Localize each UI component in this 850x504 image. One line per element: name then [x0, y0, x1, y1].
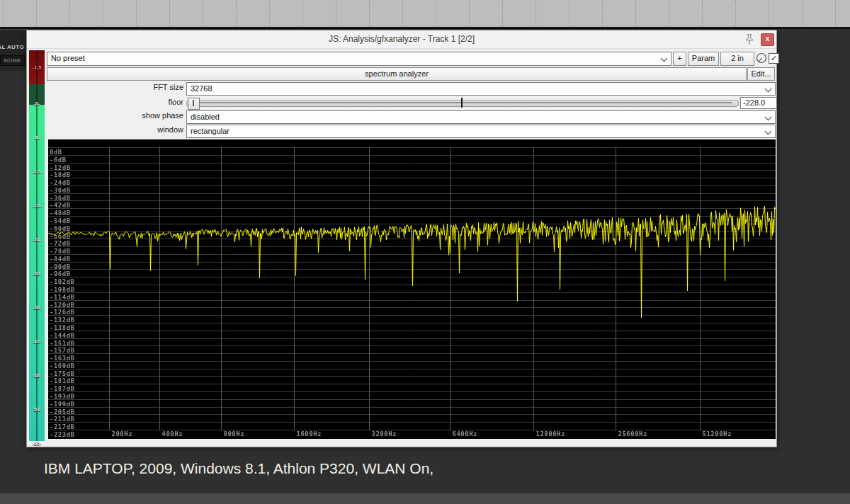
db-axis-label: -6dB — [50, 156, 67, 164]
db-axis-label: -24dB — [50, 179, 71, 186]
db-axis-label: -120dB — [50, 302, 75, 309]
ruler-gridline — [36, 0, 38, 27]
track-meter: -1.5 -0--6--12--18--24--30--36--42--48--… — [29, 50, 45, 441]
meter-scale-label: -24- — [29, 237, 45, 242]
floor-value-box[interactable]: -228.0 — [740, 97, 777, 109]
ruler-gridline — [336, 0, 337, 27]
db-axis-label: -169dB — [50, 362, 75, 370]
db-axis-label: -66dB — [50, 233, 71, 240]
meter-scale-label: -12- — [29, 169, 45, 174]
floor-label: floor — [77, 98, 183, 106]
spectrum-display: 0dB-6dB-12dB-18dB-24dB-30dB-36dB-42dB-48… — [48, 139, 776, 439]
db-axis-label: -205dB — [50, 408, 75, 416]
track-control-panel: AL AUTO NONE — [0, 29, 26, 71]
screen: AL AUTO NONE IBM LAPTOP, 2009, Windows 8… — [0, 0, 850, 504]
slider-groove — [193, 102, 732, 103]
freq-axis-label: 800Hz — [224, 430, 245, 437]
edit-button[interactable]: Edit... — [747, 67, 775, 81]
show-phase-label: show phase — [77, 111, 183, 120]
db-axis-label: -187dB — [50, 385, 75, 392]
ruler-gridline — [402, 0, 404, 27]
preset-value: No preset — [51, 54, 85, 62]
meter-scale-label: -54- — [29, 407, 45, 412]
meter-scale-label: -60- — [29, 441, 45, 446]
db-axis-label: -114dB — [50, 294, 75, 301]
ruler-gridline — [702, 0, 703, 27]
ruler-gridline — [769, 0, 770, 27]
ruler-gridline — [602, 0, 604, 27]
db-axis-label: -42dB — [50, 202, 71, 209]
meter-scale-label: -42- — [29, 339, 45, 344]
ruler-gridline — [169, 0, 171, 27]
close-button[interactable]: x — [761, 33, 774, 46]
panel-divider — [0, 27, 850, 29]
chevron-down-icon — [661, 55, 668, 62]
window-titlebar[interactable]: JS: Analysis/gfxanalyzer - Track 1 [2/2]… — [27, 30, 776, 49]
ruler-gridline — [536, 0, 537, 27]
chevron-down-icon — [765, 128, 772, 135]
preset-combo[interactable]: No preset — [47, 52, 672, 66]
freq-axis-label: 12800Hz — [536, 430, 565, 437]
ruler-gridline — [835, 0, 837, 27]
db-axis-label: -223dB — [50, 431, 75, 438]
ruler-gridline — [103, 0, 104, 27]
meter-channel-divider — [36, 50, 38, 441]
automation-mode-label: AL AUTO — [0, 44, 24, 50]
window-fn-label: window — [77, 125, 183, 134]
db-axis-label: -72dB — [50, 240, 71, 247]
db-axis-label: -217dB — [50, 423, 75, 430]
db-axis-label: -84dB — [50, 256, 71, 263]
db-axis-label: -54dB — [50, 217, 71, 224]
arrange-ruler-strip — [0, 0, 850, 27]
ruler-gridline — [69, 0, 71, 27]
ruler-gridline — [469, 0, 470, 27]
fx-name-bar[interactable]: spectrum analyzer — [47, 67, 747, 81]
io-routing-button[interactable]: 2 in — [720, 52, 754, 66]
freq-axis-label: 400Hz — [162, 430, 183, 437]
db-axis-label: -12dB — [50, 164, 71, 171]
freq-axis-label: 51200Hz — [703, 430, 732, 437]
freq-axis-label: 6400Hz — [453, 430, 478, 437]
window-fn-select[interactable]: rectangular — [186, 125, 776, 138]
wet-dry-knob-icon[interactable] — [756, 52, 767, 64]
floor-slider-track[interactable] — [186, 100, 739, 107]
add-preset-button[interactable]: + — [673, 52, 686, 66]
db-axis-label: -30dB — [50, 187, 71, 194]
db-axis-label: -126dB — [50, 309, 75, 316]
db-axis-label: 0dB — [50, 149, 62, 156]
db-axis-label: -163dB — [50, 355, 75, 362]
show-phase-select[interactable]: disabled — [186, 110, 776, 124]
floor-slider-handle[interactable] — [188, 98, 200, 110]
meter-scale-label: -0- — [29, 101, 45, 106]
meter-clip-label: -1.5 — [29, 65, 45, 70]
ruler-gridline — [136, 0, 137, 27]
ruler-gridline — [502, 0, 504, 27]
automation-none-button[interactable]: NONE — [0, 55, 25, 66]
db-axis-label: -151dB — [50, 340, 75, 347]
fx-enabled-checkbox[interactable]: ✓ — [769, 53, 779, 64]
ruler-gridline — [735, 0, 737, 27]
show-phase-value: disabled — [191, 113, 220, 121]
db-axis-label: -78dB — [50, 248, 71, 255]
db-axis-label: -157dB — [50, 347, 75, 354]
ruler-gridline — [802, 0, 803, 27]
pin-window-icon[interactable] — [744, 33, 755, 46]
meter-scale-label: -18- — [29, 203, 45, 208]
spectrum-canvas — [48, 139, 776, 439]
ruler-gridline — [3, 0, 4, 27]
fx-plugin-window: JS: Analysis/gfxanalyzer - Track 1 [2/2]… — [26, 30, 777, 447]
db-axis-label: -144dB — [50, 332, 75, 339]
db-axis-label: -199dB — [50, 401, 75, 408]
db-axis-label: -60dB — [50, 225, 71, 232]
fft-size-select[interactable]: 32768 — [186, 82, 776, 96]
db-axis-label: -96dB — [50, 270, 71, 277]
ruler-gridline — [436, 0, 437, 27]
ruler-gridline — [369, 0, 370, 27]
ruler-gridline — [269, 0, 271, 27]
freq-axis-label: 1600Hz — [297, 430, 322, 437]
db-axis-label: -181dB — [50, 377, 75, 384]
fft-size-label: FFT size — [77, 83, 183, 91]
param-button[interactable]: Param — [688, 52, 719, 66]
slider-center-tick — [461, 98, 463, 108]
window-title: JS: Analysis/gfxanalyzer - Track 1 [2/2] — [27, 34, 776, 44]
